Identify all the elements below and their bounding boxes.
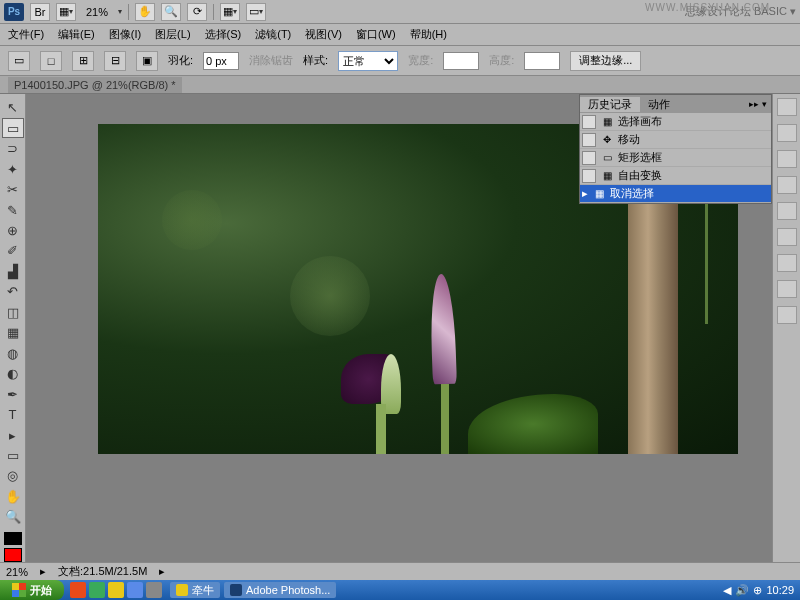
dock-styles-icon[interactable] (777, 176, 797, 194)
status-zoom[interactable]: 21% (6, 566, 28, 578)
crop-tool-icon[interactable]: ✂ (2, 180, 24, 199)
history-item[interactable]: ▭矩形选框 (580, 149, 771, 167)
selection-new-icon[interactable]: □ (40, 51, 62, 71)
quicklaunch-icon[interactable] (70, 582, 86, 598)
taskbar-task[interactable]: Adobe Photosh... (224, 582, 336, 598)
menu-help[interactable]: 帮助(H) (410, 27, 447, 42)
brush-tool-icon[interactable]: ✐ (2, 241, 24, 260)
history-item[interactable]: ✥移动 (580, 131, 771, 149)
zoom-tool-icon[interactable]: 🔍 (161, 3, 181, 21)
history-checkbox[interactable] (582, 169, 596, 183)
dodge-tool-icon[interactable]: ◐ (2, 364, 24, 383)
menu-file[interactable]: 文件(F) (8, 27, 44, 42)
clock[interactable]: 10:29 (766, 584, 794, 596)
history-checkbox[interactable] (582, 115, 596, 129)
dock-masks-icon[interactable] (777, 228, 797, 246)
tray-icon[interactable]: 🔊 (735, 584, 749, 597)
chevron-right-icon[interactable]: ▸ (40, 565, 46, 578)
photoshop-logo-icon[interactable]: Ps (4, 3, 24, 21)
main-menu-bar: 文件(F) 编辑(E) 图像(I) 图层(L) 选择(S) 滤镜(T) 视图(V… (0, 24, 800, 46)
lasso-tool-icon[interactable]: ⊃ (2, 139, 24, 158)
move-tool-icon[interactable]: ↖ (2, 98, 24, 117)
menu-filter[interactable]: 滤镜(T) (255, 27, 291, 42)
type-tool-icon[interactable]: T (2, 405, 24, 424)
move-icon: ✥ (600, 133, 614, 147)
path-select-tool-icon[interactable]: ▸ (2, 425, 24, 444)
selection-intersect-icon[interactable]: ▣ (136, 51, 158, 71)
history-checkbox[interactable] (582, 151, 596, 165)
history-item-selected[interactable]: ▸▦取消选择 (580, 185, 771, 203)
history-brush-tool-icon[interactable]: ↶ (2, 282, 24, 301)
history-item[interactable]: ▦选择画布 (580, 113, 771, 131)
document-tab[interactable]: P1400150.JPG @ 21%(RGB/8) * (8, 77, 182, 93)
refine-edge-button[interactable]: 调整边缘... (570, 51, 641, 71)
dock-swatches-icon[interactable] (777, 150, 797, 168)
chevron-right-icon[interactable]: ▸ (159, 565, 165, 578)
magic-wand-tool-icon[interactable]: ✦ (2, 159, 24, 178)
dock-channels-icon[interactable] (777, 280, 797, 298)
style-select[interactable]: 正常 (338, 51, 398, 71)
blur-tool-icon[interactable]: ◍ (2, 344, 24, 363)
history-label: 移动 (618, 132, 640, 147)
selection-add-icon[interactable]: ⊞ (72, 51, 94, 71)
tab-history[interactable]: 历史记录 (580, 97, 640, 112)
start-label: 开始 (30, 583, 52, 598)
accent-color-swatch[interactable] (4, 548, 22, 562)
zoom-level-display[interactable]: 21% (82, 6, 112, 18)
tray-icon[interactable]: ⊕ (753, 584, 762, 597)
status-doc-size: 文档:21.5M/21.5M (58, 564, 147, 579)
hand-tool-icon[interactable]: ✋ (135, 3, 155, 21)
view-extras-icon[interactable]: ▦▾ (56, 3, 76, 21)
screen-mode-icon[interactable]: ▭▾ (246, 3, 266, 21)
quicklaunch-icon[interactable] (108, 582, 124, 598)
windows-taskbar: 开始 牵牛 Adobe Photosh... ◀ 🔊 ⊕ 10:29 (0, 580, 800, 600)
eraser-tool-icon[interactable]: ◫ (2, 303, 24, 322)
tray-icon[interactable]: ◀ (723, 584, 731, 597)
marquee-icon: ▭ (600, 151, 614, 165)
eyedropper-tool-icon[interactable]: ✎ (2, 200, 24, 219)
tab-actions[interactable]: 动作 (640, 97, 678, 112)
dock-color-icon[interactable] (777, 124, 797, 142)
panel-menu-icon[interactable]: ▸▸ ▾ (745, 99, 771, 109)
menu-select[interactable]: 选择(S) (205, 27, 242, 42)
quicklaunch-icon[interactable] (127, 582, 143, 598)
marquee-tool-preset-icon[interactable]: ▭ (8, 51, 30, 71)
width-input (443, 52, 479, 70)
zoom-dropdown-icon[interactable]: ▾ (118, 7, 122, 16)
quicklaunch-icon[interactable] (146, 582, 162, 598)
selection-subtract-icon[interactable]: ⊟ (104, 51, 126, 71)
height-label: 高度: (489, 53, 514, 68)
feather-input[interactable] (203, 52, 239, 70)
gradient-tool-icon[interactable]: ▦ (2, 323, 24, 342)
menu-layer[interactable]: 图层(L) (155, 27, 190, 42)
clone-stamp-tool-icon[interactable]: ▟ (2, 262, 24, 281)
taskbar-task[interactable]: 牵牛 (170, 582, 220, 598)
tools-panel: ↖ ▭ ⊃ ✦ ✂ ✎ ⊕ ✐ ▟ ↶ ◫ ▦ ◍ ◐ ✒ T ▸ ▭ ◎ ✋ … (0, 94, 26, 562)
dock-expand-icon[interactable] (777, 98, 797, 116)
history-checkbox[interactable] (582, 133, 596, 147)
menu-view[interactable]: 视图(V) (305, 27, 342, 42)
menu-edit[interactable]: 编辑(E) (58, 27, 95, 42)
quicklaunch-icon[interactable] (89, 582, 105, 598)
history-label: 矩形选框 (618, 150, 662, 165)
arrange-docs-icon[interactable]: ▦▾ (220, 3, 240, 21)
menu-image[interactable]: 图像(I) (109, 27, 141, 42)
right-dock (772, 94, 800, 562)
history-item[interactable]: ▦自由变换 (580, 167, 771, 185)
history-label: 取消选择 (610, 186, 654, 201)
zoom-tool-icon[interactable]: 🔍 (2, 507, 24, 526)
hand-tool-icon[interactable]: ✋ (2, 487, 24, 506)
dock-layers-icon[interactable] (777, 254, 797, 272)
3d-tool-icon[interactable]: ◎ (2, 466, 24, 485)
foreground-color-swatch[interactable] (4, 532, 22, 546)
healing-brush-tool-icon[interactable]: ⊕ (2, 221, 24, 240)
dock-adjustments-icon[interactable] (777, 202, 797, 220)
shape-tool-icon[interactable]: ▭ (2, 446, 24, 465)
marquee-tool-icon[interactable]: ▭ (2, 118, 24, 138)
menu-window[interactable]: 窗口(W) (356, 27, 396, 42)
start-button[interactable]: 开始 (0, 580, 64, 600)
bridge-icon[interactable]: Br (30, 3, 50, 21)
pen-tool-icon[interactable]: ✒ (2, 384, 24, 403)
rotate-view-icon[interactable]: ⟳ (187, 3, 207, 21)
dock-paths-icon[interactable] (777, 306, 797, 324)
